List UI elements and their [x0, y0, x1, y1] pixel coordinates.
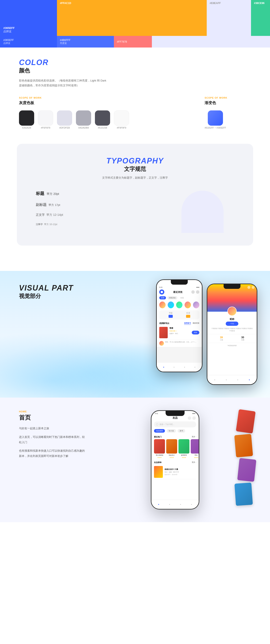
star-row: ★★★★☆: [169, 330, 190, 332]
scattered-books: [235, 410, 255, 505]
rank-book-title: 超越运运的十大魔: [165, 468, 196, 470]
book-title: 烽火戏诸侯: [154, 454, 165, 456]
swatch-hex: #FFAC1D: [60, 2, 204, 5]
gradient-swatches-row: #6181FF ~ #365EFF: [205, 110, 251, 129]
typography-section: TYPOGRAPHY 文字规范 文字样式主要分为标题字，副标题字，正文字，注释字…: [17, 144, 253, 246]
nav-profile[interactable]: [193, 365, 197, 369]
typography-desc: 文字样式主要分为标题字，副标题字，正文字，注释字: [82, 175, 188, 180]
book-cover: [178, 439, 189, 454]
gray-swatch-6: [114, 110, 129, 126]
type-item-caption: 注释字 苹方 10-12pt: [36, 223, 162, 226]
gray-scope-label: SCOPE OF WORK: [19, 96, 205, 99]
swatch-hex: #38CE96: [254, 2, 267, 5]
tab-all[interactable]: 综合推荐: [154, 429, 165, 433]
phone-status-bar: 9:41 ●●●: [157, 285, 202, 289]
nav-discover[interactable]: [172, 365, 176, 369]
swatch2-salmon: #FF7878: [114, 36, 152, 48]
search-bar[interactable]: 搜索一下好书吧...: [154, 422, 196, 427]
follow-button[interactable]: + 关注: [226, 322, 238, 326]
top-icons: [248, 286, 255, 289]
color-title-zh: 颜色: [19, 67, 251, 74]
gradient-palette-title: 渐变色: [205, 100, 251, 105]
rank-more[interactable]: 更多 ›: [192, 461, 196, 464]
stat-item: 书架: [169, 312, 173, 318]
avatar-row: [157, 300, 202, 310]
swatch-green: #38CE96: [251, 0, 270, 36]
gray-hex-4: #ADADB8: [78, 126, 89, 129]
profile-bio: 个性签名个性签名个性签名个性签名个性签名个性签名个性签名个性签名: [211, 328, 253, 332]
gradient-swatch-item: #6181FF ~ #365EFF: [205, 110, 226, 129]
scattered-book-2: [234, 434, 253, 458]
nav-profile[interactable]: [189, 502, 194, 506]
phones-container: 9:41 ●●● 最近浏览: [156, 279, 257, 385]
nav-discover[interactable]: [224, 378, 229, 382]
commenter-name: 墨鱼：书 主人翁的故事的心跳，大头，上了一...: [165, 341, 199, 343]
section-tabs: 推荐新书 最新更新: [184, 322, 199, 325]
book-item: 烽火戏诸侯 ★★★★: [154, 439, 165, 458]
icon-btn: [248, 286, 250, 289]
home-section: HOME 首页 与好友一起踏上新本之旅 进入首页，可以清晰看到时下热门新本和榜单…: [0, 398, 270, 522]
action-icon: [196, 290, 199, 294]
recent-hot-label: 最近热门: [154, 436, 162, 438]
home-phone-main: 9:41 ●●● 友品 搜索一下好书吧... 综合推荐 轻小说: [151, 410, 199, 510]
icon-btn[interactable]: [188, 416, 191, 420]
nav-shelf[interactable]: [236, 378, 240, 382]
swatch-hex: #E8EAFF: [210, 2, 248, 5]
book-list: 青楼 ★★★★☆ 连载中 · 奇幻 阅读: [157, 326, 202, 340]
swatch-hex: #365EFF: [3, 26, 54, 30]
home-phone-nav: [151, 500, 199, 509]
type-decoration: [171, 191, 234, 233]
star-rating: ★★★★: [166, 457, 177, 458]
search-icon: [156, 423, 158, 426]
comment-content: 墨鱼：书 主人翁的故事的心跳，大头，上了一...: [165, 341, 199, 344]
nav-home[interactable]: [213, 378, 217, 382]
top-color-swatches: #365EFF 品牌蓝 #FFAC1D #E8EAFF #38CE96: [0, 0, 270, 36]
swatch-hex: #FF7878: [117, 40, 149, 43]
nav-discover[interactable]: [168, 502, 172, 506]
icon-btn[interactable]: [192, 416, 196, 420]
gray-swatch-4: [76, 110, 91, 126]
recent-hot-more[interactable]: 更多 ›: [192, 436, 196, 438]
home-desc3: 也有搜索和找新本快捷入口可以快速找到自己感兴趣的新本，并在列表页面即可对新本初步…: [19, 448, 86, 458]
phone-bottom-nav: [207, 375, 257, 384]
phone-mockup-left: 9:41 ●●● 最近浏览: [156, 279, 203, 372]
arch-shape: [181, 191, 224, 233]
nav-home[interactable]: [157, 502, 161, 506]
gradient-hex: #6181FF ~ #365EFF: [205, 126, 226, 129]
phone-notch: [166, 411, 185, 416]
profile-name: 昵称: [211, 318, 253, 321]
tab-new[interactable]: 轻小说: [167, 429, 176, 433]
swatch-lavender: #E8EAFF: [207, 0, 251, 36]
typography-title-en: TYPOGRAPHY: [36, 156, 234, 165]
nav-home[interactable]: [162, 365, 166, 369]
scattered-book-1: [236, 409, 256, 434]
swatch-hex: #365EFF: [3, 39, 14, 42]
book-title: 热血演义: [166, 454, 177, 456]
stat-label: 已储: [220, 339, 223, 341]
hot-books-row: 烽火戏诸侯 ★★★★ 热血演义 ★★★★ 超维密室: [151, 439, 199, 460]
phone-notch: [171, 280, 188, 285]
type-item-body: 正文字 苹方 12-14pt: [36, 213, 162, 217]
nav-shelf[interactable]: [178, 502, 183, 506]
swatch-orange: #FFAC1D: [57, 0, 207, 36]
nav-profile[interactable]: [247, 378, 252, 382]
profile-stats: 39 已储 30 收藏: [207, 334, 257, 343]
book-list-item: 青楼 ★★★★☆ 连载中 · 奇幻 阅读: [159, 326, 199, 340]
book-cover: [154, 439, 165, 454]
swatch-item: #DFDFEB: [57, 110, 72, 129]
color-title-en: COLOR: [19, 58, 251, 67]
gray-swatch-2: [38, 110, 53, 126]
star-rating: ★★★★: [154, 457, 165, 458]
tab-rank[interactable]: 新书: [178, 429, 185, 433]
typography-title-zh: 文字规范: [36, 165, 234, 173]
icon-btn: [252, 286, 255, 289]
tag: 浏览历史: [167, 296, 177, 300]
phone-mockup-right: 昵称 + 关注 个性签名个性签名个性签名个性签名个性签名个性签名个性签名个性签名…: [207, 284, 257, 385]
section-header: 优质新书(3) 推荐新书 最新更新: [157, 320, 202, 326]
avatar: [185, 302, 191, 308]
book-item: 热血演义 ★★★★: [166, 439, 177, 458]
nav-shelf[interactable]: [183, 365, 187, 369]
home-title: 首页: [19, 414, 86, 422]
read-button[interactable]: 阅读: [192, 331, 199, 334]
gray-swatch-5: [95, 110, 110, 126]
